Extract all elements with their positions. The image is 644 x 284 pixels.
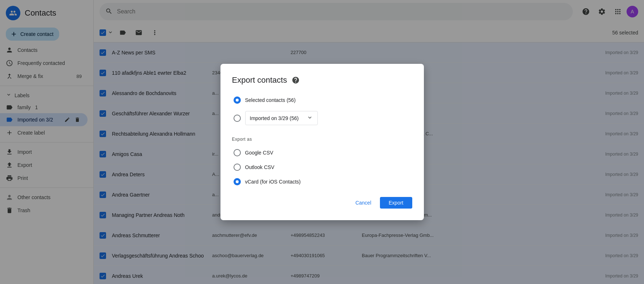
format-radio-group: Google CSV Outlook CSV vCard (for iOS Co… [232,146,412,188]
selected-contacts-radio[interactable]: Selected contacts (56) [232,94,412,107]
outlook-csv-radio[interactable]: Outlook CSV [232,161,412,174]
export-contacts-modal: Export contacts Selected contacts (56) I… [220,64,424,220]
modal-title-row: Export contacts [232,75,412,85]
dropdown-chevron-icon [307,114,313,122]
vcard-radio[interactable]: vCard (for iOS Contacts) [232,175,412,188]
google-csv-label: Google CSV [245,150,274,156]
imported-contacts-radio[interactable]: Imported on 3/29 (56) [232,108,412,128]
selected-contacts-label: Selected contacts (56) [245,97,296,103]
export-as-section: Export as Google CSV Outlook CSV vCard (… [232,137,412,188]
cancel-button[interactable]: Cancel [349,197,377,209]
export-as-label: Export as [232,137,412,142]
radio-empty-icon [234,115,241,122]
imported-contacts-dropdown-label: Imported on 3/29 (56) [250,115,299,121]
modal-help-button[interactable] [291,76,300,85]
radio-google-csv-icon [234,149,241,156]
radio-filled-icon [234,96,241,104]
modal-footer: Cancel Export [232,197,412,209]
export-button[interactable]: Export [380,197,412,209]
imported-contacts-dropdown[interactable]: Imported on 3/29 (56) [245,111,318,125]
google-csv-radio[interactable]: Google CSV [232,146,412,159]
radio-vcard-icon [234,178,241,185]
modal-overlay: Export contacts Selected contacts (56) I… [0,0,644,284]
outlook-csv-label: Outlook CSV [245,164,275,170]
modal-title: Export contacts [232,75,287,85]
contacts-radio-group: Selected contacts (56) Imported on 3/29 … [232,94,412,128]
radio-outlook-csv-icon [234,164,241,171]
vcard-label: vCard (for iOS Contacts) [245,179,301,185]
